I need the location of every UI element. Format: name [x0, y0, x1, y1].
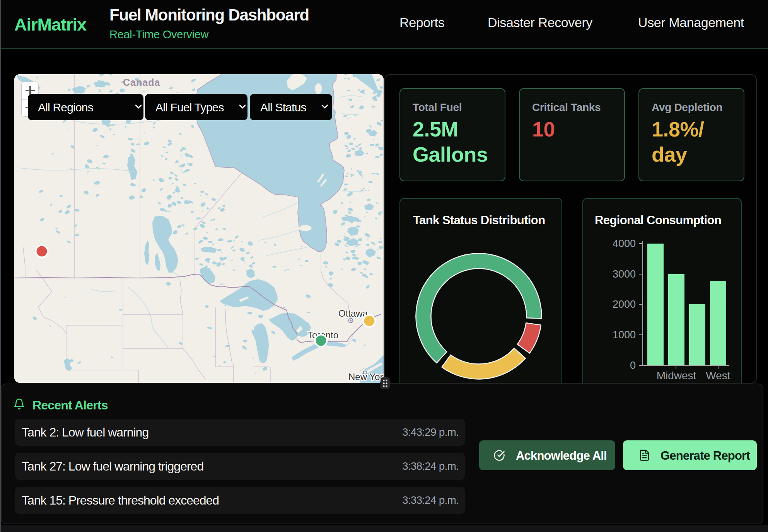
- svg-text:3000: 3000: [613, 268, 636, 280]
- svg-text:Midwest: Midwest: [657, 370, 696, 382]
- svg-text:New York: New York: [348, 372, 384, 382]
- svg-text:West: West: [706, 370, 730, 382]
- svg-text:1000: 1000: [613, 329, 636, 341]
- svg-text:Ottawa: Ottawa: [338, 308, 368, 319]
- svg-text:Canada: Canada: [123, 77, 160, 88]
- svg-text:0: 0: [630, 360, 636, 371]
- svg-text:4000: 4000: [613, 238, 636, 249]
- svg-text:2000: 2000: [613, 298, 636, 310]
